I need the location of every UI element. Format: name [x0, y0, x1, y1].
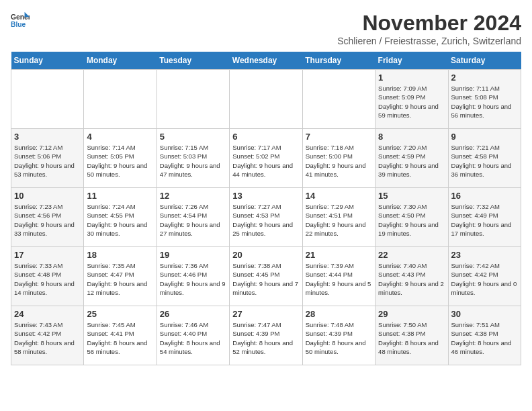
day-number: 21 — [306, 250, 372, 260]
day-number: 10 — [14, 191, 81, 201]
header-saturday: Saturday — [448, 52, 521, 70]
day-info: Sunrise: 7:43 AMSunset: 4:42 PMDaylight:… — [14, 320, 81, 356]
calendar-week-5: 24Sunrise: 7:43 AMSunset: 4:42 PMDayligh… — [11, 306, 521, 365]
day-number: 15 — [378, 191, 445, 201]
day-number: 12 — [160, 191, 226, 201]
day-info: Sunrise: 7:27 AMSunset: 4:53 PMDaylight:… — [232, 202, 299, 238]
header-tuesday: Tuesday — [157, 52, 229, 70]
calendar-cell — [230, 70, 302, 129]
calendar-cell: 15Sunrise: 7:30 AMSunset: 4:50 PMDayligh… — [375, 188, 448, 247]
calendar-table: SundayMondayTuesdayWednesdayThursdayFrid… — [11, 52, 521, 365]
day-info: Sunrise: 7:29 AMSunset: 4:51 PMDaylight:… — [306, 202, 372, 238]
calendar-cell: 28Sunrise: 7:48 AMSunset: 4:39 PMDayligh… — [302, 306, 375, 365]
calendar-cell: 14Sunrise: 7:29 AMSunset: 4:51 PMDayligh… — [302, 188, 375, 247]
day-info: Sunrise: 7:21 AMSunset: 4:58 PMDaylight:… — [451, 143, 518, 179]
day-number: 2 — [451, 73, 518, 83]
day-info: Sunrise: 7:35 AMSunset: 4:47 PMDaylight:… — [87, 261, 153, 297]
svg-text:Blue: Blue — [11, 21, 26, 28]
day-info: Sunrise: 7:17 AMSunset: 5:02 PMDaylight:… — [232, 143, 299, 179]
day-number: 16 — [451, 191, 518, 201]
day-info: Sunrise: 7:51 AMSunset: 4:38 PMDaylight:… — [451, 320, 518, 356]
calendar-cell — [157, 70, 229, 129]
day-number: 17 — [14, 250, 81, 260]
day-info: Sunrise: 7:15 AMSunset: 5:03 PMDaylight:… — [160, 143, 226, 179]
day-number: 28 — [306, 309, 372, 319]
header-row: SundayMondayTuesdayWednesdayThursdayFrid… — [11, 52, 521, 70]
calendar-cell: 20Sunrise: 7:38 AMSunset: 4:45 PMDayligh… — [230, 247, 302, 306]
day-info: Sunrise: 7:38 AMSunset: 4:45 PMDaylight:… — [232, 261, 299, 297]
calendar-cell: 11Sunrise: 7:24 AMSunset: 4:55 PMDayligh… — [84, 188, 157, 247]
calendar-cell: 23Sunrise: 7:42 AMSunset: 4:42 PMDayligh… — [448, 247, 521, 306]
day-number: 1 — [378, 73, 445, 83]
day-info: Sunrise: 7:30 AMSunset: 4:50 PMDaylight:… — [378, 202, 445, 238]
day-number: 25 — [87, 309, 153, 319]
day-info: Sunrise: 7:50 AMSunset: 4:38 PMDaylight:… — [378, 320, 445, 356]
calendar-cell: 19Sunrise: 7:36 AMSunset: 4:46 PMDayligh… — [157, 247, 229, 306]
title-area: November 2024 Schlieren / Freiestrasse, … — [337, 11, 521, 46]
day-number: 24 — [14, 309, 81, 319]
day-number: 7 — [306, 132, 372, 142]
day-info: Sunrise: 7:33 AMSunset: 4:48 PMDaylight:… — [14, 261, 81, 297]
calendar-cell: 29Sunrise: 7:50 AMSunset: 4:38 PMDayligh… — [375, 306, 448, 365]
calendar-cell: 12Sunrise: 7:26 AMSunset: 4:54 PMDayligh… — [157, 188, 229, 247]
logo: General Blue — [11, 11, 30, 30]
day-info: Sunrise: 7:12 AMSunset: 5:06 PMDaylight:… — [14, 143, 81, 179]
calendar-cell — [84, 70, 157, 129]
day-number: 19 — [160, 250, 226, 260]
calendar-cell: 21Sunrise: 7:39 AMSunset: 4:44 PMDayligh… — [302, 247, 375, 306]
calendar-week-4: 17Sunrise: 7:33 AMSunset: 4:48 PMDayligh… — [11, 247, 521, 306]
day-info: Sunrise: 7:48 AMSunset: 4:39 PMDaylight:… — [306, 320, 372, 356]
calendar-cell: 4Sunrise: 7:14 AMSunset: 5:05 PMDaylight… — [84, 129, 157, 188]
day-info: Sunrise: 7:46 AMSunset: 4:40 PMDaylight:… — [160, 320, 226, 356]
calendar-cell: 7Sunrise: 7:18 AMSunset: 5:00 PMDaylight… — [302, 129, 375, 188]
day-number: 30 — [451, 309, 518, 319]
day-number: 11 — [87, 191, 153, 201]
day-info: Sunrise: 7:09 AMSunset: 5:09 PMDaylight:… — [378, 84, 445, 120]
calendar-cell: 30Sunrise: 7:51 AMSunset: 4:38 PMDayligh… — [448, 306, 521, 365]
day-number: 20 — [232, 250, 299, 260]
day-number: 6 — [232, 132, 299, 142]
day-info: Sunrise: 7:32 AMSunset: 4:49 PMDaylight:… — [451, 202, 518, 238]
calendar-cell — [11, 70, 84, 129]
day-number: 5 — [160, 132, 226, 142]
day-number: 8 — [378, 132, 445, 142]
calendar-cell: 2Sunrise: 7:11 AMSunset: 5:08 PMDaylight… — [448, 70, 521, 129]
calendar-cell: 16Sunrise: 7:32 AMSunset: 4:49 PMDayligh… — [448, 188, 521, 247]
day-number: 27 — [232, 309, 299, 319]
day-number: 29 — [378, 309, 445, 319]
subtitle: Schlieren / Freiestrasse, Zurich, Switze… — [337, 36, 521, 46]
calendar-week-1: 1Sunrise: 7:09 AMSunset: 5:09 PMDaylight… — [11, 70, 521, 129]
day-info: Sunrise: 7:36 AMSunset: 4:46 PMDaylight:… — [160, 261, 226, 297]
calendar-cell: 10Sunrise: 7:23 AMSunset: 4:56 PMDayligh… — [11, 188, 84, 247]
calendar-cell: 6Sunrise: 7:17 AMSunset: 5:02 PMDaylight… — [230, 129, 302, 188]
day-info: Sunrise: 7:42 AMSunset: 4:42 PMDaylight:… — [451, 261, 518, 297]
calendar-cell: 5Sunrise: 7:15 AMSunset: 5:03 PMDaylight… — [157, 129, 229, 188]
calendar-cell: 27Sunrise: 7:47 AMSunset: 4:39 PMDayligh… — [230, 306, 302, 365]
header-thursday: Thursday — [302, 52, 375, 70]
day-number: 23 — [451, 250, 518, 260]
main-title: November 2024 — [337, 11, 521, 36]
day-number: 26 — [160, 309, 226, 319]
day-number: 9 — [451, 132, 518, 142]
day-info: Sunrise: 7:24 AMSunset: 4:55 PMDaylight:… — [87, 202, 153, 238]
header-sunday: Sunday — [11, 52, 84, 70]
calendar-cell: 26Sunrise: 7:46 AMSunset: 4:40 PMDayligh… — [157, 306, 229, 365]
calendar-cell: 17Sunrise: 7:33 AMSunset: 4:48 PMDayligh… — [11, 247, 84, 306]
day-info: Sunrise: 7:23 AMSunset: 4:56 PMDaylight:… — [14, 202, 81, 238]
logo-icon: General Blue — [11, 11, 30, 30]
calendar-cell: 22Sunrise: 7:40 AMSunset: 4:43 PMDayligh… — [375, 247, 448, 306]
day-info: Sunrise: 7:40 AMSunset: 4:43 PMDaylight:… — [378, 261, 445, 297]
day-info: Sunrise: 7:11 AMSunset: 5:08 PMDaylight:… — [451, 84, 518, 120]
day-number: 14 — [306, 191, 372, 201]
day-info: Sunrise: 7:14 AMSunset: 5:05 PMDaylight:… — [87, 143, 153, 179]
calendar-cell: 9Sunrise: 7:21 AMSunset: 4:58 PMDaylight… — [448, 129, 521, 188]
calendar-cell — [302, 70, 375, 129]
day-info: Sunrise: 7:26 AMSunset: 4:54 PMDaylight:… — [160, 202, 226, 238]
calendar-cell: 3Sunrise: 7:12 AMSunset: 5:06 PMDaylight… — [11, 129, 84, 188]
day-info: Sunrise: 7:20 AMSunset: 4:59 PMDaylight:… — [378, 143, 445, 179]
day-info: Sunrise: 7:45 AMSunset: 4:41 PMDaylight:… — [87, 320, 153, 356]
day-number: 18 — [87, 250, 153, 260]
day-info: Sunrise: 7:18 AMSunset: 5:00 PMDaylight:… — [306, 143, 372, 179]
calendar-cell: 18Sunrise: 7:35 AMSunset: 4:47 PMDayligh… — [84, 247, 157, 306]
header-monday: Monday — [84, 52, 157, 70]
